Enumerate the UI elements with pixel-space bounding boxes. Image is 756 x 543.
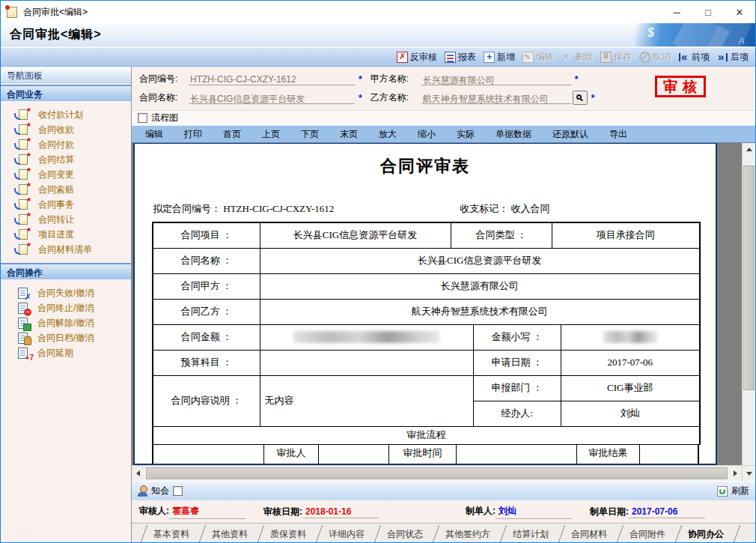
cell-label: 申请日期 ： <box>473 350 561 375</box>
sidebar-item-label: 合同变更 <box>38 169 74 181</box>
section-header-contract-business[interactable]: 合同业务 <box>1 85 131 101</box>
preview-toolbar-button[interactable]: 导出 <box>599 125 638 143</box>
report-button[interactable]: 报表 <box>441 49 480 65</box>
party-a-input[interactable]: 长兴慧源有限公司 <box>421 73 571 85</box>
preview-toolbar-button[interactable]: 放大 <box>368 125 407 143</box>
bottom-tab[interactable]: 合同材料 <box>557 524 615 542</box>
doc-note-icon <box>19 124 28 135</box>
bottom-tab[interactable]: 合同状态 <box>373 524 431 542</box>
bottom-tab[interactable]: 详细内容 <box>314 524 373 542</box>
audit-date-field: 审核日期: 2018-01-16 <box>263 506 379 518</box>
sidebar-item[interactable]: 合同转让 <box>14 212 131 227</box>
save-icon <box>600 52 612 63</box>
sidebar-item[interactable]: 合同归档/撤消 <box>14 330 131 345</box>
sidebar-item[interactable]: 合同付款 <box>14 137 131 152</box>
scroll-left-arrow[interactable] <box>132 466 144 481</box>
sidebar-item-label: 收付款计划 <box>38 109 83 121</box>
sidebar-item[interactable]: 合同变更 <box>14 167 131 182</box>
new-button[interactable]: 新增 <box>480 49 519 65</box>
scroll-down-arrow[interactable] <box>742 466 755 481</box>
bottom-tab[interactable]: 其他资料 <box>198 524 256 542</box>
vertical-scrollbar[interactable] <box>742 143 755 465</box>
sidebar-item[interactable]: 合同材料清单 <box>14 242 131 257</box>
sidebar-item[interactable]: 合同收款 <box>14 122 131 137</box>
cell-value: 刘灿 <box>561 401 700 426</box>
anti-audit-button[interactable]: 反审核 <box>393 49 441 65</box>
sidebar-item[interactable]: 合同延期 <box>14 345 131 360</box>
contract-no-label: 合同编号: <box>139 73 189 85</box>
sidebar-item[interactable]: 合同解除/撤消 <box>14 315 131 330</box>
bottom-tab[interactable]: 结算计划 <box>499 524 557 542</box>
maker-value: 刘灿 <box>496 505 572 519</box>
preview-toolbar-button[interactable]: 首页 <box>213 125 252 143</box>
preview-toolbar-button[interactable]: 实际 <box>446 125 485 143</box>
sidebar-item[interactable]: 收付款计划 <box>14 107 131 122</box>
navigation-panel: 导航面板 合同业务 收付款计划合同收款合同付款合同结算合同变更合同索赔合同事务合… <box>1 67 132 542</box>
section-header-contract-operations[interactable]: 合同操作 <box>1 263 131 279</box>
preview-toolbar-button[interactable]: 缩小 <box>407 125 446 143</box>
cell-label: 合同甲方 ： <box>153 273 260 299</box>
vertical-scroll-thumb[interactable] <box>743 166 755 390</box>
preview-toolbar-button[interactable]: 还原默认 <box>542 125 599 143</box>
prev-item-button[interactable]: 前项 <box>674 49 713 65</box>
bottom-tab[interactable]: 基本资料 <box>139 524 198 542</box>
horizontal-scroll-thumb[interactable] <box>146 467 728 479</box>
delete-icon <box>561 52 573 63</box>
next-item-icon <box>717 52 728 63</box>
scroll-up-arrow[interactable] <box>743 143 755 155</box>
maximize-button[interactable]: □ <box>692 1 724 23</box>
preview-toolbar-button[interactable]: 下页 <box>290 125 329 143</box>
window-controls: ─ □ ✕ <box>661 1 755 23</box>
maker-label: 制单人: <box>466 505 496 518</box>
horizontal-scrollbar[interactable] <box>132 466 742 481</box>
party-a-label: 甲方名称: <box>371 73 421 85</box>
minimize-button[interactable]: ─ <box>661 1 692 23</box>
sidebar-item-label: 合同解除/撤消 <box>37 317 94 330</box>
contract-operations-list: 合同失效/撤消合同终止/撤消合同解除/撤消合同归档/撤消合同延期 <box>1 279 131 365</box>
scroll-right-arrow[interactable] <box>729 466 742 481</box>
bottom-tab[interactable]: 其他签约方 <box>431 524 499 542</box>
bottom-tab[interactable]: 合同附件 <box>615 524 674 542</box>
sidebar-item-label: 合同索赔 <box>38 183 74 196</box>
preview-toolbar-button[interactable]: 上页 <box>252 125 290 143</box>
doc-note-icon <box>19 214 28 225</box>
close-button[interactable]: ✕ <box>724 1 755 23</box>
make-date-field: 制单日期: 2017-07-06 <box>590 506 705 518</box>
next-item-button[interactable]: 后项 <box>713 49 752 65</box>
preview-toolbar-button[interactable]: 末页 <box>329 125 368 143</box>
sidebar-item[interactable]: 合同事务 <box>14 197 131 212</box>
doc-income-flag: 收支标记： 收入合同 <box>460 202 549 216</box>
bottom-tab[interactable]: 协同办公 <box>674 524 732 542</box>
cell-label: 合同名称 ： <box>153 248 260 273</box>
refresh-button[interactable]: 刷新 <box>731 485 749 497</box>
party-b-input[interactable]: 航天神舟智慧系统技术有限公司 <box>421 91 571 104</box>
sidebar-item[interactable]: 合同失效/撤消 <box>14 285 131 300</box>
preview-toolbar-button[interactable]: 打印 <box>174 125 213 143</box>
approval-process-header: 审批流程 <box>153 426 700 444</box>
cell-value: 2017-07-06 <box>561 350 700 375</box>
sidebar-item[interactable]: 项目进度 <box>14 227 131 242</box>
sidebar-item[interactable]: 合同索赔 <box>14 182 131 197</box>
table-row: 合同甲方 ： 长兴慧源有限公司 <box>153 273 700 299</box>
sidebar-item[interactable]: 合同终止/撤消 <box>14 300 131 315</box>
preview-toolbar-button[interactable]: 编辑 <box>135 125 174 143</box>
sidebar-item[interactable]: 合同结算 <box>14 152 131 167</box>
contract-no-input[interactable]: HTZH-CIG-CJ-CXZY-1612 <box>189 73 355 85</box>
flowchart-checkbox[interactable] <box>138 113 147 123</box>
page-header: 合同审批<编辑> $ A <box>1 23 755 47</box>
letter-decoration: A <box>738 35 745 46</box>
anti-audit-button-label: 反审核 <box>410 51 437 64</box>
hscroll-row <box>132 465 755 481</box>
titlebar: 合同审批<编辑> ─ □ ✕ <box>1 1 755 23</box>
table-row: 预算科目 ： 申请日期 ： 2017-07-06 <box>153 350 700 375</box>
cell-label: 合同金额 ： <box>153 324 260 350</box>
preview-toolbar-button[interactable]: 单据数据 <box>485 125 542 143</box>
doc-note-icon <box>19 169 28 180</box>
doc-note-icon <box>19 139 28 150</box>
anti-audit-icon <box>397 52 408 63</box>
cell-value: 长兴慧源有限公司 <box>260 273 700 299</box>
notify-checkbox[interactable] <box>173 486 183 496</box>
party-b-lookup-button[interactable] <box>573 91 588 105</box>
contract-name-input[interactable]: 长兴县CIG信息资源平台研发 <box>189 91 355 104</box>
bottom-tab[interactable]: 质保资料 <box>256 524 314 542</box>
